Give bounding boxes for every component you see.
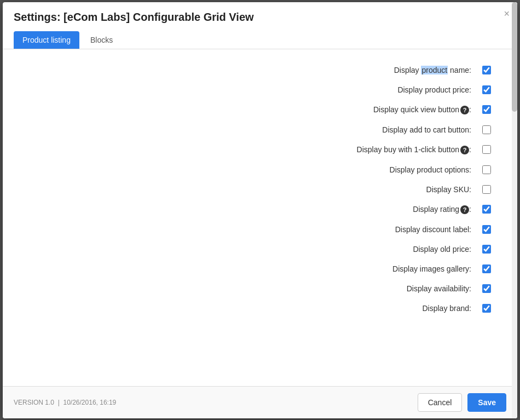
label-display-old-price: Display old price: (413, 245, 471, 254)
checkbox-wrap-display-product-price (478, 85, 495, 94)
checkbox-wrap-display-rating (478, 205, 495, 214)
label-display-add-to-cart: Display add to cart button: (382, 125, 471, 134)
checkbox-wrap-display-discount-label (478, 225, 495, 234)
modal-title: Settings: [eCom Labs] Configurable Grid … (14, 11, 506, 24)
checkbox-display-availability[interactable] (482, 284, 491, 293)
scrollbar-thumb[interactable] (512, 2, 517, 112)
tab-product-listing[interactable]: Product listing (14, 31, 79, 49)
cancel-button[interactable]: Cancel (418, 393, 463, 412)
setting-row-display-availability: Display availability: (25, 284, 495, 293)
help-icon: ? (460, 106, 469, 114)
checkbox-wrap-display-old-price (478, 245, 495, 254)
label-display-sku: Display SKU: (426, 185, 471, 194)
setting-row-display-add-to-cart: Display add to cart button: (25, 125, 495, 134)
save-button[interactable]: Save (467, 393, 506, 412)
setting-row-display-product-name: Display product name: (25, 66, 495, 74)
scrollbar-track[interactable] (512, 2, 517, 418)
checkbox-display-images-gallery[interactable] (482, 264, 491, 273)
settings-modal: Settings: [eCom Labs] Configurable Grid … (3, 2, 517, 418)
tabs-container: Product listingBlocks (14, 31, 506, 49)
checkbox-wrap-display-quick-view (478, 105, 495, 114)
checkbox-wrap-display-add-to-cart (478, 125, 495, 134)
checkbox-display-old-price[interactable] (482, 245, 491, 254)
checkbox-display-discount-label[interactable] (482, 225, 491, 234)
modal-footer: VERSION 1.0 | 10/26/2016, 16:19 Cancel S… (3, 386, 517, 418)
setting-row-display-old-price: Display old price: (25, 245, 495, 254)
label-display-product-options: Display product options: (390, 165, 471, 174)
checkbox-display-product-price[interactable] (482, 85, 491, 94)
label-display-brand: Display brand: (423, 304, 472, 313)
checkbox-display-buy-1click[interactable] (482, 145, 491, 154)
help-icon: ? (460, 146, 469, 154)
checkbox-wrap-display-images-gallery (478, 264, 495, 273)
close-button[interactable]: × (504, 9, 510, 19)
checkbox-display-sku[interactable] (482, 185, 491, 194)
checkbox-wrap-display-sku (478, 185, 495, 194)
checkbox-display-add-to-cart[interactable] (482, 125, 491, 134)
label-display-images-gallery: Display images gallery: (392, 264, 471, 273)
setting-row-display-images-gallery: Display images gallery: (25, 264, 495, 273)
setting-row-display-rating: Display rating?: (25, 205, 495, 214)
checkbox-wrap-display-product-options (478, 165, 495, 174)
setting-row-display-discount-label: Display discount label: (25, 225, 495, 234)
footer-date: 10/26/2016, 16:19 (63, 399, 117, 406)
footer-actions: Cancel Save (418, 393, 506, 412)
modal-body: Display product name:Display product pri… (3, 49, 517, 386)
label-display-product-price: Display product price: (397, 85, 471, 94)
label-display-discount-label: Display discount label: (395, 225, 471, 234)
version-text: VERSION 1.0 (14, 399, 54, 406)
help-icon: ? (460, 205, 469, 214)
modal-header: Settings: [eCom Labs] Configurable Grid … (3, 2, 517, 49)
setting-row-display-product-price: Display product price: (25, 85, 495, 94)
footer-separator: | (58, 399, 60, 406)
setting-row-display-buy-1click: Display buy with 1-click button?: (25, 145, 495, 154)
checkbox-wrap-display-product-name (478, 66, 495, 74)
checkbox-wrap-display-buy-1click (478, 145, 495, 154)
checkbox-wrap-display-availability (478, 284, 495, 293)
setting-row-display-product-options: Display product options: (25, 165, 495, 174)
checkbox-display-product-name[interactable] (482, 66, 491, 74)
label-display-product-name: Display product name: (394, 66, 471, 74)
checkbox-display-quick-view[interactable] (482, 105, 491, 114)
setting-row-display-quick-view: Display quick view button?: (25, 105, 495, 114)
label-display-availability: Display availability: (407, 284, 471, 293)
label-display-buy-1click: Display buy with 1-click button?: (357, 145, 471, 154)
setting-row-display-brand: Display brand: (25, 304, 495, 313)
label-display-rating: Display rating?: (413, 205, 471, 214)
checkbox-display-brand[interactable] (482, 304, 491, 313)
version-info: VERSION 1.0 | 10/26/2016, 16:19 (14, 399, 116, 406)
checkbox-wrap-display-brand (478, 304, 495, 313)
checkbox-display-rating[interactable] (482, 205, 491, 214)
checkbox-display-product-options[interactable] (482, 165, 491, 174)
setting-row-display-sku: Display SKU: (25, 185, 495, 194)
label-display-quick-view: Display quick view button?: (373, 105, 471, 114)
tab-blocks[interactable]: Blocks (82, 31, 122, 49)
